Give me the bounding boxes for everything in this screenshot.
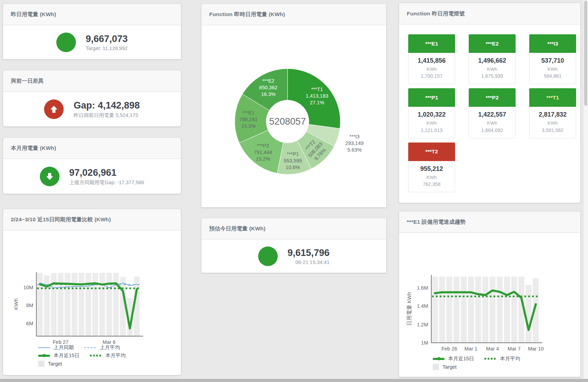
target-bar <box>85 273 91 336</box>
target-bar <box>461 277 467 343</box>
x-tick-label: Feb 26 <box>441 346 457 352</box>
tile-body: 1,496,662KWh1,675,939 <box>469 53 516 84</box>
legend-item[interactable]: 上月平均 <box>84 344 120 351</box>
tile-target: 1,684,092 <box>469 127 515 134</box>
legend-swatch-green-thick <box>38 355 50 357</box>
compare-line-chart: 6M8M10MFeb 27Mar 6KWh <box>3 230 181 356</box>
y-tick-label: 1.6M <box>417 285 428 291</box>
legend-item[interactable]: 本月近15日 <box>38 352 79 359</box>
target-bar <box>79 273 84 336</box>
target-bar <box>526 285 532 343</box>
status-circle-red <box>44 99 64 119</box>
x-tick-label: Mar 7 <box>508 346 520 352</box>
status-tile-P2: ***P21,422,557KWh1,684,092 <box>469 88 516 138</box>
tile-name: ***P2 <box>469 88 516 107</box>
panel-title: 與前一日差異 <box>11 77 44 85</box>
kpi-value: 9,615,796 <box>288 248 330 258</box>
status-tile-E2: ***E21,496,662KWh1,675,939 <box>469 34 516 84</box>
donut-slice-label: ***I3293,1495.63% <box>345 134 363 153</box>
status-tile-P1: ***P11,020,322KWh1,121,613 <box>408 88 455 138</box>
y-tick-label: 6M <box>26 321 33 326</box>
x-tick-label: Mar 1 <box>465 346 477 352</box>
tile-target: 3,591,562 <box>530 127 576 134</box>
legend-item[interactable]: Target <box>38 361 62 367</box>
legend-item[interactable]: Target <box>433 364 456 370</box>
y-tick-label: 8M <box>26 303 33 308</box>
panel-header: 預估今日用電量 (KWh) <box>201 218 386 239</box>
panel-header: 本月用電量 (KWh) <box>3 138 181 159</box>
kpi-body: 9,667,073 Target: 11,128,992 <box>3 25 181 60</box>
y-tick-label: 10M <box>23 285 33 290</box>
kpi-body: 97,026,961 上個月同期用電Gap: -17,377,566 <box>3 159 181 194</box>
tile-name: ***E2 <box>469 34 516 53</box>
panel-header: ***E1 設備用電達成趨勢 <box>399 211 580 233</box>
target-bar <box>468 277 474 343</box>
tile-value: 1,422,557 <box>469 110 515 120</box>
kpi-value: 97,026,961 <box>69 167 144 178</box>
target-bar <box>454 277 460 343</box>
legend-item[interactable]: 本月近15日 <box>433 355 474 362</box>
panel-e1-trend-chart: ***E1 設備用電達成趨勢 1M1.2M1.4M1.6MFeb 26Mar 1… <box>399 211 581 377</box>
target-bar <box>497 277 503 343</box>
panel-header: Function 即時日用電量 (KWh) <box>201 4 386 25</box>
legend-swatch-gray-box <box>38 361 44 367</box>
bottom-window-edge <box>0 379 588 382</box>
panel-title: ***E1 設備用電達成趨勢 <box>407 218 466 226</box>
kpi-subtext: Target: 11,128,992 <box>86 46 128 51</box>
legend-row: Target <box>38 360 136 368</box>
tile-value: 1,496,662 <box>469 56 515 66</box>
legend-label: Target <box>48 361 62 367</box>
kpi-value: 9,667,073 <box>86 34 128 44</box>
vertical-scrollbar-track[interactable] <box>583 0 588 382</box>
legend-item[interactable]: 本月平均 <box>90 352 126 359</box>
legend-swatch-green-dot <box>484 358 496 360</box>
legend-swatch-green-dot <box>90 355 102 356</box>
legend-swatch-blue-line <box>38 347 50 348</box>
target-bar <box>475 277 481 343</box>
legend-swatch-gray-box <box>433 364 439 370</box>
panel-today-estimate: 預估今日用電量 (KWh) 9,615,796 06-21 15:34:41 <box>201 218 387 273</box>
status-tile-T1: ***T12,817,832KWh3,591,562 <box>529 88 576 138</box>
target-bar <box>106 273 112 336</box>
e1-trend-legend: 本月近15日本月平均Target <box>433 355 531 371</box>
tile-body: 1,422,557KWh1,684,092 <box>469 107 516 138</box>
vertical-scrollbar-thumb[interactable] <box>584 1 587 106</box>
legend-row: Target <box>433 363 531 371</box>
legend-swatch-green-thick <box>433 358 445 360</box>
tile-name: ***T1 <box>529 88 576 107</box>
target-bar <box>72 273 77 336</box>
legend-label: Target <box>442 364 456 370</box>
y-tick-label: 1.2M <box>417 322 428 327</box>
legend-label: 本月近15日 <box>448 355 474 362</box>
panel-compare-15days-chart: 2/24~3/10 近15日同期用電量比較 (KWh) 6M8M10MFeb 2… <box>3 209 181 375</box>
y-tick-label: 1M <box>421 340 428 346</box>
legend-label: 本月近15日 <box>54 352 79 359</box>
y-axis-label: KWh <box>13 298 19 310</box>
panel-header: Function 昨日用電燈號 <box>399 3 580 25</box>
kpi-subtext: 上個月同期用電Gap: -17,377,566 <box>69 179 144 186</box>
legend-label: 上月平均 <box>100 344 120 351</box>
tile-name: ***P1 <box>408 88 455 107</box>
donut-center-total: 5208057 <box>269 116 306 127</box>
tile-unit: KWh <box>469 120 515 127</box>
kpi-text: 9,667,073 Target: 11,128,992 <box>86 34 128 51</box>
tile-name: ***E1 <box>408 34 455 53</box>
tile-name: ***T2 <box>408 143 455 161</box>
tile-value: 1,020,322 <box>409 110 455 120</box>
target-bar <box>504 277 510 343</box>
status-circle-green <box>258 246 278 266</box>
panel-title: 昨日用電量 (KWh) <box>11 11 56 18</box>
tile-body: 1,020,322KWh1,121,613 <box>408 107 455 138</box>
target-bar <box>490 277 496 343</box>
panel-title: Function 即時日用電量 (KWh) <box>209 11 285 18</box>
kpi-body: 9,615,796 06-21 15:34:41 <box>201 239 386 273</box>
arrow-down-icon <box>45 172 54 181</box>
legend-item[interactable]: 本月平均 <box>484 355 520 362</box>
target-bar <box>432 277 438 343</box>
target-bar <box>65 273 70 336</box>
tile-body: 955,212KWh762,358 <box>408 161 455 192</box>
legend-item[interactable]: 上月同期 <box>38 344 74 351</box>
tile-value: 2,817,832 <box>530 110 576 120</box>
e1-trend-line-chart: 1M1.2M1.4M1.6MFeb 26Mar 1Mar 4Mar 7Mar 1… <box>399 233 580 364</box>
status-tile-I3: ***I3537,710KWh584,861 <box>529 34 576 84</box>
